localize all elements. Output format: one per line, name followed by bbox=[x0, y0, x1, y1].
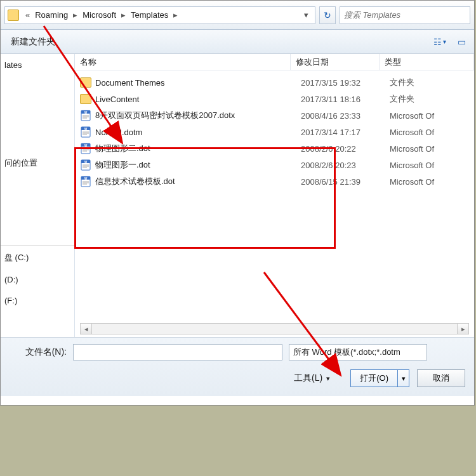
word-doc-icon: W bbox=[80, 126, 91, 138]
scroll-right-button[interactable]: ▸ bbox=[457, 324, 468, 334]
file-area: 名称 修改日期 类型 Document Themes2017/3/15 19:3… bbox=[75, 54, 474, 337]
chevron-right-icon[interactable]: ▸ bbox=[169, 10, 182, 20]
view-options-button[interactable]: ☷ ▾ bbox=[432, 36, 447, 48]
open-button-split: 打开(O) ▾ bbox=[350, 369, 409, 387]
nav-divider bbox=[1, 245, 74, 246]
file-date: 2008/4/16 23:33 bbox=[301, 111, 390, 121]
file-type-filter[interactable]: 所有 Word 模板(*.dotx;*.dotm bbox=[289, 344, 427, 360]
file-date: 2017/3/14 17:17 bbox=[301, 128, 390, 137]
file-name: LiveContent bbox=[95, 95, 301, 104]
file-open-dialog: « Roaming ▸ Microsoft ▸ Templates ▸ ▾ ↻ … bbox=[0, 0, 475, 406]
refresh-icon: ↻ bbox=[324, 10, 331, 20]
file-row[interactable]: Document Themes2017/3/15 19:32文件夹 bbox=[75, 74, 474, 91]
file-type: Microsoft Of bbox=[390, 111, 434, 121]
open-button[interactable]: 打开(O) bbox=[351, 370, 397, 387]
file-name: Normal.dotm bbox=[95, 128, 301, 137]
tools-dropdown[interactable]: 工具(L) ▾ bbox=[294, 373, 334, 384]
file-date: 2008/2/6 20:22 bbox=[301, 144, 390, 154]
cancel-button[interactable]: 取消 bbox=[417, 369, 465, 387]
nav-item-drive-f[interactable]: (F:) bbox=[1, 293, 74, 308]
search-input[interactable] bbox=[344, 10, 466, 20]
file-name: 物理图形一.dot bbox=[95, 159, 301, 171]
button-row: 工具(L) ▾ 打开(O) ▾ 取消 bbox=[10, 369, 465, 387]
file-date: 2017/3/11 18:16 bbox=[301, 95, 390, 104]
file-name: 物理图形二.dot bbox=[95, 143, 301, 154]
file-type: Microsoft Of bbox=[390, 161, 434, 170]
tools-label: 工具(L) bbox=[294, 373, 322, 384]
header-name[interactable]: 名称 bbox=[75, 54, 291, 70]
file-date: 2008/2/6 20:23 bbox=[301, 161, 390, 170]
list-view-icon: ☷ bbox=[433, 37, 442, 47]
chevron-down-icon: ▾ bbox=[443, 38, 446, 45]
view-controls: ☷ ▾ ▭ bbox=[432, 36, 469, 48]
file-row[interactable]: W8开双面双页码密封试卷模板2007.dotx2008/4/16 23:33Mi… bbox=[75, 107, 474, 124]
file-row[interactable]: WNormal.dotm2017/3/14 17:17Microsoft Of bbox=[75, 124, 474, 140]
file-type: Microsoft Of bbox=[390, 144, 434, 154]
header-date[interactable]: 修改日期 bbox=[291, 54, 380, 70]
filename-input[interactable] bbox=[73, 344, 282, 360]
word-doc-icon: W bbox=[80, 159, 91, 171]
chevron-right-icon[interactable]: ▸ bbox=[69, 10, 81, 20]
folder-icon bbox=[8, 10, 19, 21]
search-box[interactable] bbox=[340, 6, 470, 24]
nav-pane: lates 问的位置 盘 (C:) (D:) (F:) bbox=[1, 54, 75, 337]
address-bar: « Roaming ▸ Microsoft ▸ Templates ▸ ▾ ↻ bbox=[1, 1, 474, 30]
preview-icon: ▭ bbox=[458, 37, 466, 47]
file-type: 文件夹 bbox=[390, 77, 414, 88]
file-name: Document Themes bbox=[95, 78, 301, 88]
chevron-down-icon: ▾ bbox=[326, 374, 330, 383]
refresh-button[interactable]: ↻ bbox=[319, 6, 336, 24]
file-row[interactable]: W信息技术试卷模板.dot2008/6/15 21:39Microsoft Of bbox=[75, 173, 474, 190]
file-list[interactable]: Document Themes2017/3/15 19:32文件夹LiveCon… bbox=[75, 70, 474, 323]
file-type: Microsoft Of bbox=[390, 177, 434, 187]
nav-item-drive-d[interactable]: (D:) bbox=[1, 272, 74, 287]
chevron-right-icon[interactable]: ▸ bbox=[117, 10, 129, 20]
horizontal-scrollbar[interactable]: ◂ ▸ bbox=[80, 323, 469, 334]
toolbar: 新建文件夹 ☷ ▾ ▭ bbox=[1, 30, 474, 54]
nav-item-drive-c[interactable]: 盘 (C:) bbox=[1, 249, 74, 266]
file-type: Microsoft Of bbox=[390, 128, 434, 137]
chevron-down-icon[interactable]: ▾ bbox=[300, 10, 312, 20]
file-row[interactable]: LiveContent2017/3/11 18:16文件夹 bbox=[75, 91, 474, 107]
folder-icon bbox=[80, 77, 91, 88]
file-row[interactable]: W物理图形二.dot2008/2/6 20:22Microsoft Of bbox=[75, 140, 474, 157]
nav-item-templates[interactable]: lates bbox=[1, 58, 74, 72]
new-folder-button[interactable]: 新建文件夹 bbox=[6, 34, 60, 50]
word-doc-icon: W bbox=[80, 176, 91, 187]
file-row[interactable]: W物理图形一.dot2008/2/6 20:23Microsoft Of bbox=[75, 157, 474, 173]
breadcrumb-seg-microsoft[interactable]: Microsoft bbox=[81, 10, 117, 20]
file-name: 8开双面双页码密封试卷模板2007.dotx bbox=[95, 110, 301, 121]
filter-value: 所有 Word 模板(*.dotx;*.dotm bbox=[293, 347, 400, 358]
file-name: 信息技术试卷模板.dot bbox=[95, 176, 301, 187]
file-list-header: 名称 修改日期 类型 bbox=[75, 54, 474, 70]
open-button-dropdown[interactable]: ▾ bbox=[397, 370, 409, 387]
filename-row: 文件名(N): 所有 Word 模板(*.dotx;*.dotm bbox=[10, 344, 465, 360]
header-type[interactable]: 类型 bbox=[380, 54, 474, 70]
nav-item-recent[interactable]: 问的位置 bbox=[1, 155, 74, 171]
file-date: 2017/3/15 19:32 bbox=[301, 78, 390, 88]
scroll-track[interactable] bbox=[92, 324, 457, 334]
bottom-pane: 文件名(N): 所有 Word 模板(*.dotx;*.dotm 工具(L) ▾… bbox=[1, 337, 474, 396]
scroll-left-button[interactable]: ◂ bbox=[81, 324, 92, 334]
breadcrumb-prefix: « bbox=[22, 10, 34, 20]
breadcrumb-seg-templates[interactable]: Templates bbox=[129, 10, 169, 20]
word-doc-icon: W bbox=[80, 143, 91, 154]
body-area: lates 问的位置 盘 (C:) (D:) (F:) 名称 修改日期 类型 D… bbox=[1, 54, 474, 337]
preview-pane-button[interactable]: ▭ bbox=[454, 36, 469, 48]
filename-label: 文件名(N): bbox=[10, 347, 67, 358]
file-type: 文件夹 bbox=[390, 93, 414, 105]
folder-icon bbox=[80, 94, 91, 104]
breadcrumb-seg-roaming[interactable]: Roaming bbox=[34, 10, 69, 20]
file-date: 2008/6/15 21:39 bbox=[301, 177, 390, 187]
breadcrumb[interactable]: « Roaming ▸ Microsoft ▸ Templates ▸ ▾ bbox=[4, 6, 315, 24]
word-doc-icon: W bbox=[80, 110, 91, 121]
